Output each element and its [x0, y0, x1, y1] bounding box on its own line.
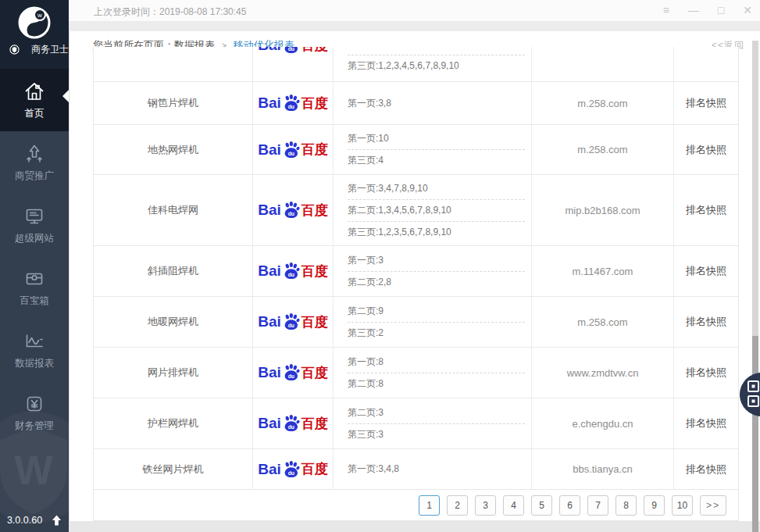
svg-text:du: du	[287, 373, 294, 379]
snapshot-cell: 排名快照	[674, 348, 738, 398]
ranking-cell: 第一页:3 第二页:2,8	[334, 246, 532, 296]
page-button-2[interactable]: 2	[447, 495, 468, 516]
table-row: Bai du 百度 第三页:1	[94, 47, 738, 82]
keyword-cell: 地热网焊机	[94, 125, 253, 174]
page-button-8[interactable]: 8	[615, 495, 637, 516]
sidebar-item-website[interactable]: 超级网站	[0, 194, 69, 256]
snapshot-link[interactable]: 排名快照	[686, 203, 726, 217]
sidebar-item-reports[interactable]: 数据报表	[0, 319, 69, 381]
table-row: 地暖网焊机 Bai du 百度 第二页:9 第三页:2 m.258.com 排名…	[94, 297, 738, 348]
window-controls: ≡ — □ ✕	[644, 2, 752, 18]
svg-text:du: du	[287, 323, 294, 328]
table-row: 网片排焊机 Bai du 百度 第一页:8 第二页:8 www.zmdtvw.c…	[94, 348, 738, 398]
snapshot-link[interactable]: 排名快照	[686, 264, 726, 278]
version-label: 3.0.0.60	[7, 515, 42, 526]
search-engine-cell: Bai du 百度	[253, 47, 334, 81]
sidebar: w 商务卫士 首页 商贸推广	[0, 0, 69, 532]
keyword-cell: 地暖网焊机	[94, 297, 253, 347]
snapshot-link[interactable]: 排名快照	[686, 143, 726, 157]
app-logo-icon: w	[16, 5, 52, 41]
svg-text:du: du	[287, 211, 294, 216]
ranking-cell: 第一页:10 第三页:4	[334, 125, 532, 174]
baidu-logo: Bai du 百度	[258, 363, 328, 382]
baidu-paw-icon: du	[282, 460, 301, 479]
baidu-paw-icon: du	[282, 363, 301, 382]
sidebar-item-label: 百宝箱	[0, 295, 69, 308]
table-row: 佳科电焊网 Bai du 百度 第一页:3,4,7,8,9,10 第二页:1,3…	[94, 175, 738, 246]
ranking-cell: 第三页:1,2,3,4,5,6,7,8,9,10	[334, 47, 532, 81]
keyword-cell: 铁丝网片焊机	[94, 449, 253, 489]
version-row: 3.0.0.60	[0, 514, 69, 527]
app-logo-block: w 商务卫士	[0, 0, 69, 69]
snapshot-link[interactable]: 排名快照	[686, 366, 726, 380]
search-engine-cell: Bai du 百度	[253, 297, 334, 347]
ranking-cell: 第一页:3,8	[334, 82, 532, 124]
page-button-3[interactable]: 3	[475, 495, 496, 516]
sidebar-item-finance[interactable]: 财务管理	[0, 381, 69, 444]
titlebar-divider	[69, 21, 760, 31]
domain-cell: m.258.com	[532, 297, 674, 347]
baidu-paw-icon: du	[282, 141, 301, 159]
search-engine-cell: Bai du 百度	[253, 82, 334, 124]
menu-icon[interactable]: ≡	[663, 2, 669, 18]
snapshot-cell: 排名快照	[674, 297, 738, 347]
domain-cell	[532, 47, 674, 81]
titlebar: 上次登录时间：2019-08-08 17:30:45 ≡ — □ ✕	[69, 0, 760, 21]
snapshot-cell	[674, 47, 738, 81]
qr-float-button[interactable]	[740, 373, 760, 416]
pagination: 1 2 3 4 5 6 7 8 9 10 >>	[94, 490, 738, 521]
snapshot-cell: 排名快照	[674, 125, 738, 174]
scrollbar-thumb[interactable]	[752, 336, 758, 532]
table-row: 地热网焊机 Bai du 百度 第一页:10 第三页:4 m.258.com 排…	[94, 125, 738, 175]
page-button-10[interactable]: 10	[672, 495, 693, 516]
ranking-table: Bai du 百度 第三页:1	[93, 47, 739, 521]
sidebar-item-promotion[interactable]: 商贸推广	[0, 131, 69, 194]
baidu-logo: Bai du 百度	[258, 414, 328, 433]
snapshot-link[interactable]: 排名快照	[686, 315, 726, 329]
snapshot-link[interactable]: 排名快照	[686, 96, 726, 110]
snapshot-cell: 排名快照	[674, 175, 738, 245]
last-login-label: 上次登录时间：2019-08-08 17:30:45	[94, 5, 246, 19]
upgrade-arrow-icon[interactable]	[52, 514, 62, 527]
baidu-paw-icon: du	[282, 94, 301, 112]
toolbox-icon	[23, 267, 46, 291]
baidu-logo: Bai du 百度	[258, 460, 328, 479]
baidu-paw-icon: du	[282, 262, 301, 280]
page-button-5[interactable]: 5	[531, 495, 552, 516]
minimize-icon[interactable]: —	[688, 2, 699, 18]
page-button-6[interactable]: 6	[559, 495, 580, 516]
baidu-paw-icon: du	[282, 47, 301, 55]
sidebar-item-label: 数据报表	[0, 357, 69, 370]
ranking-cell: 第二页:3 第三页:3	[334, 398, 532, 448]
home-icon	[23, 80, 46, 103]
sidebar-item-label: 超级网站	[0, 232, 69, 245]
bottom-strip	[69, 521, 760, 532]
svg-text:w: w	[37, 12, 42, 19]
page-button-7[interactable]: 7	[587, 495, 608, 516]
page-button-1[interactable]: 1	[419, 495, 440, 516]
baidu-paw-icon: du	[282, 414, 301, 433]
search-engine-cell: Bai du 百度	[253, 348, 334, 398]
next-page-button[interactable]: >>	[700, 495, 726, 516]
page-button-9[interactable]: 9	[644, 495, 665, 516]
sidebar-item-home[interactable]: 首页	[0, 69, 69, 131]
svg-text:du: du	[287, 47, 294, 52]
table-row: 钢笆片焊机 Bai du 百度 第一页:3,8 m.258.com 排名快照	[94, 82, 738, 125]
svg-text:du: du	[287, 150, 294, 155]
sidebar-item-label: 财务管理	[0, 420, 69, 433]
keyword-cell: 护栏网焊机	[94, 398, 253, 448]
sidebar-item-toolbox[interactable]: 百宝箱	[0, 256, 69, 319]
maximize-icon[interactable]: □	[718, 2, 724, 18]
domain-cell: mip.b2b168.com	[532, 175, 674, 245]
active-item-notch	[62, 90, 69, 102]
page-button-4[interactable]: 4	[503, 495, 524, 516]
snapshot-link[interactable]: 排名快照	[686, 416, 726, 430]
close-icon[interactable]: ✕	[743, 2, 752, 18]
search-engine-cell: Bai du 百度	[253, 175, 334, 245]
keyword-cell: 网片排焊机	[94, 348, 253, 398]
snapshot-link[interactable]: 排名快照	[686, 462, 726, 477]
baidu-logo: Bai du 百度	[258, 47, 328, 55]
search-engine-cell: Bai du 百度	[253, 449, 334, 489]
svg-text:W: W	[14, 448, 53, 493]
sidebar-item-label: 商贸推广	[0, 170, 69, 183]
